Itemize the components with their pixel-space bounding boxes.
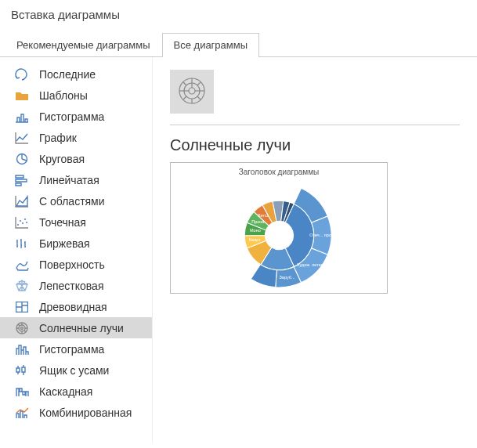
tab-all[interactable]: Все диаграммы bbox=[162, 33, 260, 57]
sidebar-item-pie[interactable]: Круговая bbox=[0, 148, 152, 169]
chart-preview[interactable]: Заголовок диаграммы Кварт.МоноПрона.Китс… bbox=[170, 162, 388, 294]
sidebar-item-label: С областями bbox=[39, 195, 105, 208]
subtype-title: Солнечные лучи bbox=[170, 136, 460, 154]
treemap-chart-icon bbox=[14, 300, 30, 314]
svg-point-8 bbox=[19, 325, 25, 331]
column-chart-icon bbox=[14, 110, 30, 124]
tab-recommended[interactable]: Рекомендуемые диаграммы bbox=[5, 33, 162, 57]
chart-preview-title: Заголовок диаграммы bbox=[239, 168, 320, 176]
sunburst-chart: Кварт.МоноПрона.Китсо.Отеч... прозаХудож… bbox=[222, 178, 336, 293]
stock-chart-icon bbox=[14, 237, 30, 251]
sidebar-item-stock[interactable]: Биржевая bbox=[0, 233, 152, 254]
svg-line-18 bbox=[197, 96, 201, 99]
sidebar-item-label: Шаблоны bbox=[39, 89, 88, 102]
sidebar-item-sunburst[interactable]: Солнечные лучи bbox=[0, 317, 152, 338]
sidebar-item-label: Лепестковая bbox=[39, 280, 103, 292]
surface-chart-icon bbox=[14, 258, 30, 272]
sidebar-item-label: Точечная bbox=[39, 216, 86, 229]
sidebar-item-recent[interactable]: Последние bbox=[0, 63, 152, 85]
box-whisker-icon bbox=[14, 363, 30, 378]
pie-chart-icon bbox=[14, 152, 30, 166]
sidebar-item-waterfall[interactable]: Каскадная bbox=[0, 381, 152, 402]
line-chart-icon bbox=[14, 131, 30, 145]
tab-bar: Рекомендуемые диаграммы Все диаграммы bbox=[0, 32, 477, 57]
svg-text:Отеч... проза: Отеч... проза bbox=[309, 233, 336, 237]
sidebar-item-label: Гистограмма bbox=[39, 343, 104, 356]
sidebar-item-label: Гистограмма bbox=[39, 110, 104, 123]
sidebar-item-line[interactable]: График bbox=[0, 127, 152, 148]
sidebar-item-label: Линейчатая bbox=[39, 174, 99, 186]
sidebar-item-combo[interactable]: Комбинированная bbox=[0, 402, 152, 423]
sidebar-item-label: Ящик с усами bbox=[39, 364, 109, 377]
svg-line-19 bbox=[183, 96, 186, 99]
sidebar-item-label: График bbox=[39, 132, 77, 144]
svg-point-2 bbox=[20, 220, 21, 222]
svg-point-5 bbox=[26, 222, 27, 223]
chart-type-sidebar: Последние Шаблоны Гистограмма График Кру bbox=[0, 57, 153, 443]
area-chart-icon bbox=[14, 194, 30, 208]
sidebar-item-column[interactable]: Гистограмма bbox=[0, 106, 152, 127]
sidebar-item-boxwhisker[interactable]: Ящик с усами bbox=[0, 359, 152, 381]
sunburst-icon bbox=[178, 77, 206, 107]
sidebar-item-bar[interactable]: Линейчатая bbox=[0, 169, 152, 190]
combo-chart-icon bbox=[14, 406, 30, 420]
sidebar-item-area[interactable]: С областями bbox=[0, 190, 152, 211]
svg-line-20 bbox=[197, 82, 201, 85]
scatter-chart-icon bbox=[14, 215, 30, 229]
svg-point-1 bbox=[17, 224, 19, 226]
svg-point-3 bbox=[22, 222, 23, 224]
svg-line-17 bbox=[183, 82, 186, 85]
sidebar-item-treemap[interactable]: Древовидная bbox=[0, 296, 152, 317]
sidebar-item-surface[interactable]: Поверхность bbox=[0, 254, 152, 275]
histogram-chart-icon bbox=[14, 342, 30, 356]
sunburst-chart-icon bbox=[14, 321, 30, 335]
sidebar-item-templates[interactable]: Шаблоны bbox=[0, 85, 152, 106]
sidebar-item-radar[interactable]: Лепестковая bbox=[0, 275, 152, 296]
svg-point-4 bbox=[24, 219, 26, 220]
content-panel: Солнечные лучи Заголовок диаграммы Кварт… bbox=[153, 57, 477, 443]
sidebar-item-label: Поверхность bbox=[39, 258, 105, 271]
svg-text:Кварт.: Кварт. bbox=[249, 237, 262, 242]
svg-point-12 bbox=[189, 88, 195, 94]
radar-chart-icon bbox=[14, 279, 30, 293]
svg-text:Заруб...: Заруб... bbox=[279, 275, 295, 280]
sidebar-item-label: Круговая bbox=[39, 153, 85, 165]
svg-text:Моно: Моно bbox=[249, 228, 260, 233]
svg-text:Худож. литер.: Худож. литер. bbox=[296, 262, 324, 267]
dialog-title: Вставка диаграммы bbox=[0, 0, 477, 32]
sidebar-item-histogram[interactable]: Гистограмма bbox=[0, 338, 152, 359]
recent-icon bbox=[14, 67, 30, 81]
sidebar-item-label: Биржевая bbox=[39, 237, 90, 250]
sidebar-item-label: Последние bbox=[39, 68, 96, 81]
sidebar-item-label: Солнечные лучи bbox=[39, 322, 124, 334]
sidebar-item-label: Древовидная bbox=[39, 301, 107, 313]
folder-icon bbox=[14, 89, 30, 103]
sidebar-item-scatter[interactable]: Точечная bbox=[0, 211, 152, 233]
svg-point-9 bbox=[21, 327, 23, 329]
subtype-row bbox=[170, 70, 460, 125]
subtype-tile-sunburst[interactable] bbox=[170, 70, 214, 114]
waterfall-chart-icon bbox=[14, 385, 30, 399]
sidebar-item-label: Комбинированная bbox=[39, 406, 132, 419]
bar-chart-icon bbox=[14, 173, 30, 187]
sidebar-item-label: Каскадная bbox=[39, 385, 92, 398]
